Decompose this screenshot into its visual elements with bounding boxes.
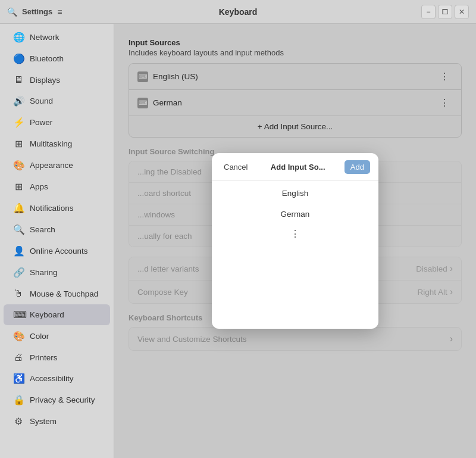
sidebar-item-appearance[interactable]: 🎨Appearance (4, 155, 110, 176)
online-accounts-icon: 👤 (13, 245, 24, 257)
sidebar-label-appearance: Appearance (30, 161, 73, 170)
minimize-button[interactable]: − (421, 5, 436, 19)
dialog-add-button[interactable]: Add (345, 160, 370, 174)
sidebar-item-network[interactable]: 🌐Network (4, 27, 110, 48)
sidebar-label-displays: Displays (30, 76, 60, 85)
sidebar-label-accessibility: Accessibility (30, 374, 74, 383)
dialog-item-german[interactable]: German (212, 204, 378, 225)
apps-icon: ⊞ (13, 181, 24, 192)
search-icon: 🔍 (13, 224, 24, 235)
sidebar-item-mouse-touchpad[interactable]: 🖱Mouse & Touchpad (4, 283, 110, 304)
sidebar-item-accessibility[interactable]: ♿Accessibility (4, 368, 110, 389)
sidebar-label-printers: Printers (30, 353, 58, 362)
sidebar-item-privacy-security[interactable]: 🔒Privacy & Security (4, 390, 110, 410)
sidebar-item-system[interactable]: ⚙System (4, 411, 110, 432)
menu-icon[interactable]: ≡ (57, 7, 62, 17)
sidebar-item-sound[interactable]: 🔊Sound (4, 91, 110, 111)
multitasking-icon: ⊞ (13, 138, 24, 149)
titlebar-left: 🔍 Settings ≡ (7, 7, 126, 17)
dialog-overlay: Cancel Add Input So... Add English Germa… (114, 24, 476, 458)
sidebar-item-search[interactable]: 🔍Search (4, 219, 110, 240)
sidebar-label-mouse-touchpad: Mouse & Touchpad (30, 289, 98, 298)
sidebar: 🌐Network🔵Bluetooth🖥Displays🔊Sound⚡Power⊞… (0, 24, 114, 458)
sidebar-item-bluetooth[interactable]: 🔵Bluetooth (4, 48, 110, 69)
titlebar: 🔍 Settings ≡ Keyboard − ⧠ ✕ (0, 0, 476, 24)
keyboard-icon: ⌨ (13, 309, 24, 320)
system-icon: ⚙ (13, 416, 24, 427)
sidebar-label-network: Network (30, 33, 60, 42)
sharing-icon: 🔗 (13, 267, 24, 278)
window-controls: − ⧠ ✕ (350, 5, 469, 19)
sidebar-label-search: Search (30, 225, 55, 234)
displays-icon: 🖥 (13, 74, 24, 85)
printers-icon: 🖨 (13, 352, 24, 363)
sidebar-label-bluetooth: Bluetooth (30, 54, 64, 63)
color-icon: 🎨 (13, 331, 24, 342)
accessibility-icon: ♿ (13, 373, 24, 384)
sidebar-item-notifications[interactable]: 🔔Notifications (4, 198, 110, 219)
sidebar-item-color[interactable]: 🎨Color (4, 326, 110, 347)
main-content: 🌐Network🔵Bluetooth🖥Displays🔊Sound⚡Power⊞… (0, 24, 476, 458)
sidebar-item-printers[interactable]: 🖨Printers (4, 347, 110, 367)
bluetooth-icon: 🔵 (13, 53, 24, 64)
dialog-spacer (212, 245, 378, 329)
sidebar-item-power[interactable]: ⚡Power (4, 112, 110, 133)
sidebar-label-online-accounts: Online Accounts (30, 247, 88, 256)
sidebar-label-multitasking: Multitasking (30, 139, 72, 148)
sidebar-label-privacy-security: Privacy & Security (30, 395, 95, 404)
sidebar-label-sound: Sound (30, 96, 53, 105)
sidebar-label-color: Color (30, 332, 49, 341)
notifications-icon: 🔔 (13, 202, 24, 214)
sidebar-label-notifications: Notifications (30, 204, 74, 213)
dialog-cancel-button[interactable]: Cancel (220, 160, 251, 174)
sidebar-label-apps: Apps (30, 182, 48, 191)
sidebar-label-sharing: Sharing (30, 268, 58, 277)
sidebar-item-sharing[interactable]: 🔗Sharing (4, 262, 110, 283)
sidebar-item-apps[interactable]: ⊞Apps (4, 176, 110, 197)
sound-icon: 🔊 (13, 95, 24, 107)
dialog-titlebar: Cancel Add Input So... Add (212, 153, 378, 180)
dialog-title: Add Input So... (253, 163, 342, 172)
sidebar-label-keyboard: Keyboard (30, 310, 64, 319)
privacy-security-icon: 🔒 (13, 394, 24, 406)
restore-button[interactable]: ⧠ (438, 5, 452, 19)
content-area: Input Sources Includes keyboard layouts … (114, 24, 476, 458)
search-icon[interactable]: 🔍 (7, 7, 17, 17)
sidebar-label-system: System (30, 417, 57, 426)
dialog-more-icon[interactable]: ⋮ (212, 225, 378, 243)
sidebar-label-power: Power (30, 118, 52, 127)
window-title: Keyboard (126, 7, 350, 17)
sidebar-item-multitasking[interactable]: ⊞Multitasking (4, 133, 110, 154)
sidebar-item-online-accounts[interactable]: 👤Online Accounts (4, 241, 110, 261)
settings-label: Settings (22, 7, 52, 16)
sidebar-item-displays[interactable]: 🖥Displays (4, 70, 110, 90)
close-button[interactable]: ✕ (455, 5, 469, 19)
power-icon: ⚡ (13, 117, 24, 128)
mouse-touchpad-icon: 🖱 (13, 288, 24, 299)
appearance-icon: 🎨 (13, 160, 24, 171)
add-input-source-dialog: Cancel Add Input So... Add English Germa… (212, 153, 378, 329)
sidebar-item-keyboard[interactable]: ⌨Keyboard (4, 304, 110, 325)
network-icon: 🌐 (13, 32, 24, 43)
dialog-list: English German ⋮ (212, 180, 378, 245)
dialog-item-english[interactable]: English (212, 183, 378, 204)
